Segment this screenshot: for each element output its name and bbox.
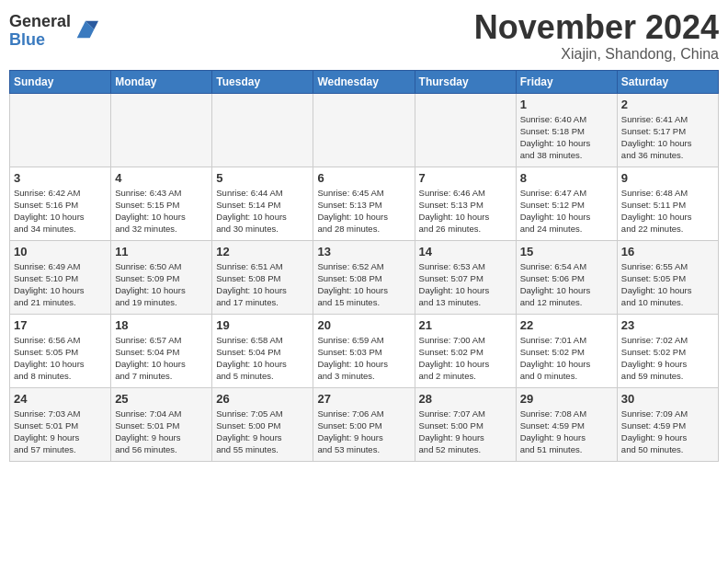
day-info: Sunrise: 6:43 AM Sunset: 5:15 PM Dayligh… [115, 187, 208, 236]
day-number: 2 [621, 98, 714, 111]
day-info: Sunrise: 6:55 AM Sunset: 5:05 PM Dayligh… [621, 260, 714, 309]
calendar-cell: 28Sunrise: 7:07 AM Sunset: 5:00 PM Dayli… [415, 387, 516, 461]
day-number: 22 [520, 318, 613, 332]
day-number: 24 [14, 392, 107, 406]
day-info: Sunrise: 6:49 AM Sunset: 5:10 PM Dayligh… [14, 260, 107, 309]
day-number: 6 [317, 171, 410, 185]
logo-icon [73, 17, 98, 42]
day-number: 14 [419, 245, 512, 259]
calendar-cell: 10Sunrise: 6:49 AM Sunset: 5:10 PM Dayli… [10, 240, 111, 314]
weekday-header-wednesday: Wednesday [313, 70, 415, 93]
day-number: 7 [419, 171, 512, 185]
calendar-cell: 4Sunrise: 6:43 AM Sunset: 5:15 PM Daylig… [111, 167, 212, 240]
day-number: 25 [115, 392, 208, 406]
calendar-cell: 15Sunrise: 6:54 AM Sunset: 5:06 PM Dayli… [516, 240, 617, 314]
day-info: Sunrise: 7:03 AM Sunset: 5:01 PM Dayligh… [14, 408, 107, 456]
weekday-header-row: SundayMondayTuesdayWednesdayThursdayFrid… [10, 70, 719, 93]
day-number: 9 [621, 171, 714, 185]
calendar-cell: 17Sunrise: 6:56 AM Sunset: 5:05 PM Dayli… [10, 314, 111, 387]
calendar-week-row: 17Sunrise: 6:56 AM Sunset: 5:05 PM Dayli… [10, 314, 719, 387]
calendar-cell: 1Sunrise: 6:40 AM Sunset: 5:18 PM Daylig… [516, 93, 617, 167]
day-number: 12 [216, 245, 309, 259]
weekday-header-friday: Friday [516, 70, 617, 93]
day-info: Sunrise: 6:48 AM Sunset: 5:11 PM Dayligh… [621, 187, 714, 236]
calendar-cell: 25Sunrise: 7:04 AM Sunset: 5:01 PM Dayli… [111, 387, 212, 461]
day-info: Sunrise: 6:59 AM Sunset: 5:03 PM Dayligh… [317, 334, 410, 383]
day-number: 29 [520, 392, 613, 406]
day-number: 11 [115, 245, 208, 259]
day-info: Sunrise: 6:50 AM Sunset: 5:09 PM Dayligh… [115, 260, 208, 309]
location: Xiajin, Shandong, China [474, 46, 719, 63]
calendar-cell: 30Sunrise: 7:09 AM Sunset: 4:59 PM Dayli… [617, 387, 718, 461]
day-info: Sunrise: 6:47 AM Sunset: 5:12 PM Dayligh… [520, 187, 613, 236]
calendar-cell: 3Sunrise: 6:42 AM Sunset: 5:16 PM Daylig… [10, 167, 111, 240]
calendar-cell: 16Sunrise: 6:55 AM Sunset: 5:05 PM Dayli… [617, 240, 718, 314]
day-number: 26 [216, 392, 309, 406]
day-number: 18 [115, 318, 208, 332]
logo-blue-text: Blue [9, 31, 71, 50]
page-header: General Blue November 2024 Xiajin, Shand… [9, 9, 719, 63]
weekday-header-monday: Monday [111, 70, 212, 93]
day-number: 10 [14, 245, 107, 259]
calendar-cell: 12Sunrise: 6:51 AM Sunset: 5:08 PM Dayli… [212, 240, 313, 314]
calendar-cell: 21Sunrise: 7:00 AM Sunset: 5:02 PM Dayli… [415, 314, 516, 387]
day-number: 27 [317, 392, 410, 406]
day-number: 23 [621, 318, 714, 332]
calendar-cell: 22Sunrise: 7:01 AM Sunset: 5:02 PM Dayli… [516, 314, 617, 387]
calendar-cell: 6Sunrise: 6:45 AM Sunset: 5:13 PM Daylig… [313, 167, 415, 240]
day-number: 30 [621, 392, 714, 406]
day-info: Sunrise: 7:09 AM Sunset: 4:59 PM Dayligh… [621, 408, 714, 456]
day-info: Sunrise: 7:08 AM Sunset: 4:59 PM Dayligh… [520, 408, 613, 456]
day-info: Sunrise: 6:42 AM Sunset: 5:16 PM Dayligh… [14, 187, 107, 236]
weekday-header-thursday: Thursday [415, 70, 516, 93]
calendar-cell: 20Sunrise: 6:59 AM Sunset: 5:03 PM Dayli… [313, 314, 415, 387]
calendar-cell: 13Sunrise: 6:52 AM Sunset: 5:08 PM Dayli… [313, 240, 415, 314]
calendar-table: SundayMondayTuesdayWednesdayThursdayFrid… [9, 70, 719, 462]
title-block: November 2024 Xiajin, Shandong, China [474, 9, 719, 63]
calendar-week-row: 24Sunrise: 7:03 AM Sunset: 5:01 PM Dayli… [10, 387, 719, 461]
calendar-week-row: 3Sunrise: 6:42 AM Sunset: 5:16 PM Daylig… [10, 167, 719, 240]
calendar-cell: 29Sunrise: 7:08 AM Sunset: 4:59 PM Dayli… [516, 387, 617, 461]
day-info: Sunrise: 6:58 AM Sunset: 5:04 PM Dayligh… [216, 334, 309, 383]
day-number: 21 [419, 318, 512, 332]
calendar-week-row: 1Sunrise: 6:40 AM Sunset: 5:18 PM Daylig… [10, 93, 719, 167]
day-info: Sunrise: 6:54 AM Sunset: 5:06 PM Dayligh… [520, 260, 613, 309]
calendar-cell [111, 93, 212, 167]
day-number: 4 [115, 171, 208, 185]
day-info: Sunrise: 6:40 AM Sunset: 5:18 PM Dayligh… [520, 113, 613, 162]
day-info: Sunrise: 6:51 AM Sunset: 5:08 PM Dayligh… [216, 260, 309, 309]
day-info: Sunrise: 6:45 AM Sunset: 5:13 PM Dayligh… [317, 187, 410, 236]
day-number: 3 [14, 171, 107, 185]
day-info: Sunrise: 6:41 AM Sunset: 5:17 PM Dayligh… [621, 113, 714, 162]
day-number: 5 [216, 171, 309, 185]
calendar-cell: 5Sunrise: 6:44 AM Sunset: 5:14 PM Daylig… [212, 167, 313, 240]
calendar-cell [10, 93, 111, 167]
month-title: November 2024 [474, 9, 719, 46]
day-number: 8 [520, 171, 613, 185]
calendar-cell [212, 93, 313, 167]
calendar-cell: 23Sunrise: 7:02 AM Sunset: 5:02 PM Dayli… [617, 314, 718, 387]
day-number: 19 [216, 318, 309, 332]
calendar-cell: 26Sunrise: 7:05 AM Sunset: 5:00 PM Dayli… [212, 387, 313, 461]
calendar-week-row: 10Sunrise: 6:49 AM Sunset: 5:10 PM Dayli… [10, 240, 719, 314]
day-info: Sunrise: 7:06 AM Sunset: 5:00 PM Dayligh… [317, 408, 410, 456]
day-number: 1 [520, 98, 613, 111]
calendar-cell: 8Sunrise: 6:47 AM Sunset: 5:12 PM Daylig… [516, 167, 617, 240]
day-info: Sunrise: 6:44 AM Sunset: 5:14 PM Dayligh… [216, 187, 309, 236]
calendar-cell: 18Sunrise: 6:57 AM Sunset: 5:04 PM Dayli… [111, 314, 212, 387]
calendar-cell: 7Sunrise: 6:46 AM Sunset: 5:13 PM Daylig… [415, 167, 516, 240]
calendar-cell: 9Sunrise: 6:48 AM Sunset: 5:11 PM Daylig… [617, 167, 718, 240]
logo-general-text: General [9, 13, 71, 31]
day-info: Sunrise: 7:04 AM Sunset: 5:01 PM Dayligh… [115, 408, 208, 456]
day-number: 13 [317, 245, 410, 259]
day-number: 28 [419, 392, 512, 406]
weekday-header-sunday: Sunday [10, 70, 111, 93]
weekday-header-tuesday: Tuesday [212, 70, 313, 93]
calendar-cell: 14Sunrise: 6:53 AM Sunset: 5:07 PM Dayli… [415, 240, 516, 314]
calendar-cell [415, 93, 516, 167]
calendar-cell [313, 93, 415, 167]
day-info: Sunrise: 7:01 AM Sunset: 5:02 PM Dayligh… [520, 334, 613, 383]
day-info: Sunrise: 6:53 AM Sunset: 5:07 PM Dayligh… [419, 260, 512, 309]
day-info: Sunrise: 7:00 AM Sunset: 5:02 PM Dayligh… [419, 334, 512, 383]
day-info: Sunrise: 6:52 AM Sunset: 5:08 PM Dayligh… [317, 260, 410, 309]
